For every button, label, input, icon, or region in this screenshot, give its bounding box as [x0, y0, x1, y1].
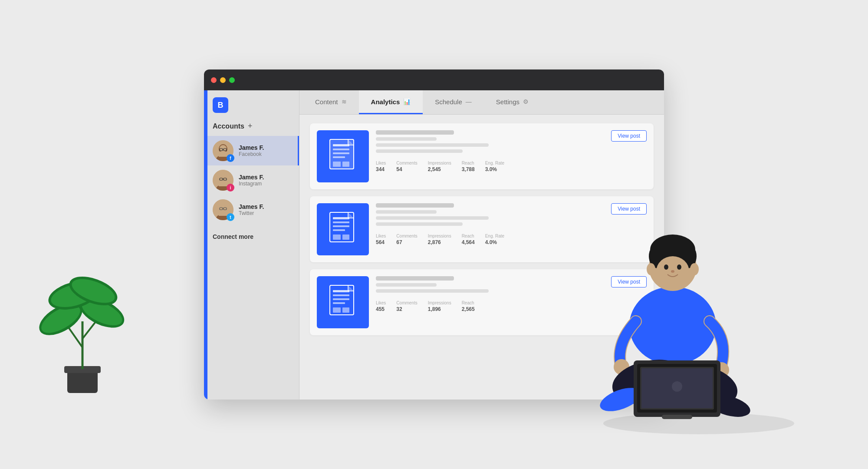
- stat-engrate-label-1: Eng. Rate: [485, 161, 504, 165]
- account-info-instagram: James F. Instagram: [239, 174, 264, 187]
- stat-likes-value-3: 455: [376, 306, 386, 312]
- account-item-facebook[interactable]: f James F. Facebook: [204, 136, 299, 165]
- stat-comments-3: Comments 32: [396, 301, 417, 312]
- avatar-twitter: t: [213, 199, 233, 220]
- stat-engrate-value-2: 4.0%: [485, 239, 504, 245]
- tab-settings[interactable]: Settings ⚙: [484, 90, 541, 114]
- analytics-icon: 📊: [403, 98, 411, 105]
- svg-marker-63: [348, 285, 354, 291]
- account-name-twitter: James F.: [239, 203, 264, 210]
- dot-maximize[interactable]: [229, 77, 235, 83]
- account-platform-facebook: Facebook: [239, 151, 264, 157]
- svg-rect-38: [333, 149, 349, 150]
- stat-reach-label-1: Reach: [462, 161, 475, 165]
- post-thumbnail-1: [317, 130, 369, 182]
- svg-point-74: [664, 264, 668, 270]
- accounts-header: Accounts +: [204, 122, 299, 136]
- facebook-badge: f: [227, 154, 234, 162]
- stat-comments-value-1: 54: [396, 166, 417, 172]
- post-text-short-2: [376, 222, 463, 226]
- svg-rect-37: [333, 144, 349, 146]
- svg-rect-47: [333, 217, 349, 219]
- post-thumbnail-2: [317, 203, 369, 255]
- tab-bar: Content ≋ Analytics 📊 Schedule — Setting…: [299, 90, 664, 115]
- stat-comments-label-2: Comments: [396, 234, 417, 238]
- post-details-1: Likes 344 Comments 54 Impressions 2,545: [376, 130, 647, 172]
- stat-impressions-value-2: 2,876: [428, 239, 451, 245]
- svg-rect-88: [662, 415, 692, 419]
- stat-reach-1: Reach 3,788: [462, 161, 475, 172]
- svg-point-66: [629, 287, 716, 365]
- scene: B Accounts +: [0, 0, 868, 469]
- account-item-twitter[interactable]: t James F. Twitter: [204, 195, 299, 225]
- dot-close[interactable]: [211, 77, 217, 83]
- post-card-1: Likes 344 Comments 54 Impressions 2,545: [310, 123, 654, 189]
- stat-impressions-label-3: Impressions: [428, 301, 451, 305]
- stat-comments-value-3: 32: [396, 306, 417, 312]
- stat-impressions-2: Impressions 2,876: [428, 234, 451, 245]
- svg-rect-48: [333, 221, 349, 223]
- stat-impressions-value-1: 2,545: [428, 166, 451, 172]
- stat-engrate-value-1: 3.0%: [485, 166, 504, 172]
- svg-rect-87: [641, 368, 713, 408]
- account-item-instagram[interactable]: i James F. Instagram: [204, 165, 299, 195]
- stat-reach-value-3: 2,565: [462, 306, 475, 312]
- stat-impressions-value-3: 1,896: [428, 306, 451, 312]
- tab-content-label: Content: [315, 98, 338, 106]
- post-title-bar-2: [376, 203, 454, 208]
- tab-content[interactable]: Content ≋: [303, 90, 359, 114]
- post-title-bar-1: [376, 130, 454, 135]
- svg-rect-40: [333, 156, 345, 158]
- svg-rect-57: [333, 290, 349, 292]
- avatar-facebook: f: [213, 140, 233, 161]
- svg-rect-41: [333, 162, 341, 167]
- avatar-instagram: i: [213, 170, 233, 191]
- stat-likes-value-1: 344: [376, 166, 386, 172]
- post-stats-1: Likes 344 Comments 54 Impressions 2,545: [376, 161, 647, 172]
- account-info-twitter: James F. Twitter: [239, 203, 264, 216]
- account-info-facebook: James F. Facebook: [239, 144, 264, 157]
- post-subtitle-bar-1: [376, 137, 437, 141]
- post-text-bar-3: [376, 289, 489, 293]
- dot-minimize[interactable]: [220, 77, 226, 83]
- stat-reach-label-2: Reach: [462, 234, 475, 238]
- view-post-button-1[interactable]: View post: [611, 130, 647, 142]
- stat-likes-label-3: Likes: [376, 301, 386, 305]
- connect-more-button[interactable]: Connect more: [204, 225, 299, 249]
- svg-point-72: [647, 263, 655, 275]
- svg-rect-49: [333, 225, 349, 227]
- account-platform-twitter: Twitter: [239, 210, 264, 216]
- tab-analytics[interactable]: Analytics 📊: [359, 90, 423, 114]
- stat-reach-value-2: 4,564: [462, 239, 475, 245]
- content-icon: ≋: [342, 98, 347, 105]
- plant-decoration: [35, 252, 130, 400]
- account-platform-instagram: Instagram: [239, 181, 264, 187]
- post-subtitle-bar-2: [376, 210, 437, 214]
- svg-rect-17: [219, 152, 227, 157]
- stat-reach-label-3: Reach: [462, 301, 475, 305]
- twitter-badge: t: [227, 213, 234, 221]
- svg-rect-61: [333, 307, 341, 313]
- stat-reach-3: Reach 2,565: [462, 301, 475, 312]
- stat-likes-2: Likes 564: [376, 234, 386, 245]
- account-name-instagram: James F.: [239, 174, 264, 181]
- svg-rect-52: [342, 234, 349, 240]
- tab-schedule-label: Schedule: [435, 98, 462, 106]
- svg-point-75: [677, 264, 681, 270]
- stat-comments-label-1: Comments: [396, 161, 417, 165]
- stat-engrate-1: Eng. Rate 3.0%: [485, 161, 504, 172]
- tab-analytics-label: Analytics: [371, 98, 400, 106]
- stat-engrate-label-2: Eng. Rate: [485, 234, 504, 238]
- schedule-icon: —: [466, 98, 472, 105]
- post-thumbnail-3: [317, 276, 369, 328]
- add-account-button[interactable]: +: [248, 122, 253, 131]
- instagram-badge: i: [227, 184, 234, 192]
- stat-likes-1: Likes 344: [376, 161, 386, 172]
- tab-schedule[interactable]: Schedule —: [423, 90, 484, 114]
- accounts-title: Accounts: [213, 122, 244, 130]
- svg-point-73: [690, 263, 699, 275]
- svg-rect-51: [333, 234, 341, 240]
- svg-rect-39: [333, 152, 349, 154]
- svg-rect-62: [342, 307, 349, 313]
- stat-likes-3: Likes 455: [376, 301, 386, 312]
